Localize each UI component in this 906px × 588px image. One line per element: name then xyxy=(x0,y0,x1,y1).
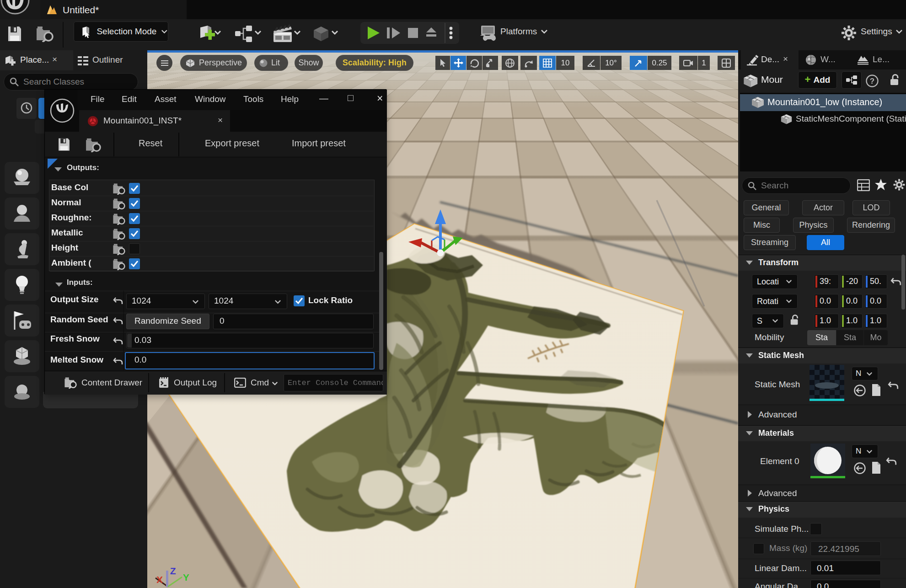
svg-text:?: ? xyxy=(870,77,874,86)
svg-text:Z: Z xyxy=(170,566,176,576)
svg-text:Y: Y xyxy=(183,572,189,583)
svg-text:X: X xyxy=(156,574,163,585)
